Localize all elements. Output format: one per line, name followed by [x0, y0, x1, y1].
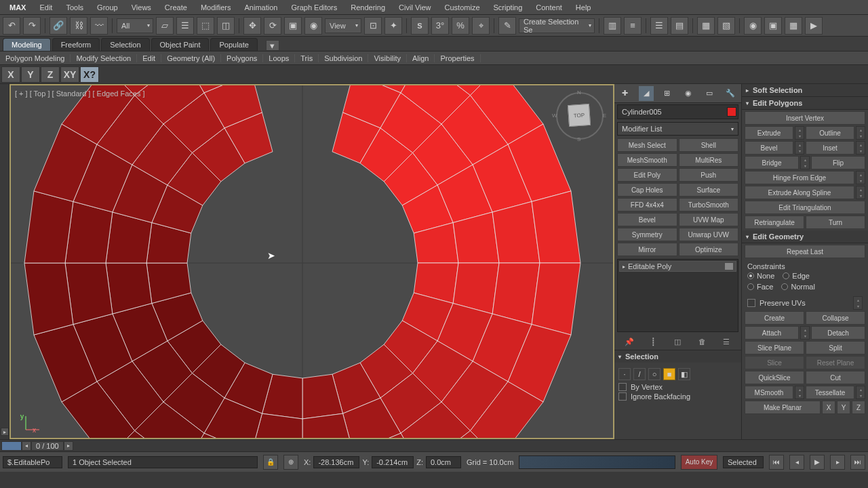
tab-selection[interactable]: Selection	[101, 38, 149, 51]
constraint-none-radio[interactable]: None	[747, 272, 774, 280]
unique-icon[interactable]: ◫	[671, 336, 684, 348]
menu-content[interactable]: Content	[529, 3, 569, 12]
ribbon-polygons[interactable]: Polygons	[221, 54, 263, 62]
inset-button[interactable]: Inset	[806, 141, 854, 155]
planar-z-button[interactable]: Z	[852, 401, 865, 414]
menu-create[interactable]: Create	[158, 3, 194, 12]
mod-surface[interactable]: Surface	[679, 183, 739, 197]
preserve-uvs-check[interactable]: Preserve UVs▴▾	[747, 296, 863, 310]
snap-toggle-button[interactable]: S	[411, 17, 429, 35]
material-editor-button[interactable]: ◉	[744, 17, 762, 35]
coord-z-field[interactable]: 0.0cm	[426, 456, 461, 468]
constraint-edge-radio[interactable]: Edge	[783, 272, 810, 280]
undo-button[interactable]: ↶	[3, 17, 20, 35]
unlink-button[interactable]: ⛓	[70, 17, 87, 35]
flip-button[interactable]: Flip	[811, 156, 865, 169]
select-object-button[interactable]: ▱	[156, 17, 174, 35]
modify-panel-icon[interactable]: ◢	[639, 86, 654, 101]
ribbon-geometry-all[interactable]: Geometry (All)	[161, 54, 221, 62]
ribbon-polygon-modeling[interactable]: Polygon Modeling	[0, 54, 71, 62]
goto-start-button[interactable]: ⏮	[769, 455, 784, 470]
outline-settings[interactable]: ▴▾	[856, 126, 865, 140]
render-button[interactable]: ▶	[805, 17, 823, 35]
edit-polygons-header[interactable]: ▾Edit Polygons	[742, 97, 868, 110]
scale-button[interactable]: ▣	[284, 17, 302, 35]
mod-cap-holes[interactable]: Cap Holes	[617, 183, 677, 197]
menu-edit[interactable]: Edit	[33, 3, 59, 12]
menu-scripting[interactable]: Scripting	[487, 3, 530, 12]
rotate-button[interactable]: ⟳	[264, 17, 281, 35]
menu-customize[interactable]: Customize	[438, 3, 487, 12]
spinner-snap-button[interactable]: ⌖	[472, 17, 490, 35]
extrude-spline-settings[interactable]: ▴▾	[856, 186, 865, 199]
insert-vertex-button[interactable]: Insert Vertex	[745, 111, 865, 125]
lock-selection-icon[interactable]: 🔒	[263, 455, 278, 470]
tessellate-settings[interactable]: ▴▾	[856, 386, 865, 399]
ribbon-visibility[interactable]: Visibility	[368, 54, 407, 62]
ribbon-loops[interactable]: Loops	[263, 54, 295, 62]
place-button[interactable]: ◉	[304, 17, 322, 35]
track-bar[interactable]	[519, 455, 675, 469]
soft-selection-header[interactable]: ▸Soft Selection	[742, 84, 868, 97]
mod-uvw-map[interactable]: UVW Map	[679, 213, 739, 226]
attach-settings[interactable]: ▴▾	[800, 326, 810, 340]
planar-y-button[interactable]: Y	[837, 401, 850, 414]
attach-button[interactable]: Attach	[745, 326, 799, 340]
ribbon-edit[interactable]: Edit	[137, 54, 161, 62]
by-vertex-check[interactable]: By Vertex	[618, 383, 737, 391]
time-slider-handle[interactable]	[1, 441, 22, 451]
menu-civil-view[interactable]: Civil View	[392, 3, 437, 12]
time-slider[interactable]: ◂ 0 / 100 ▸	[0, 439, 868, 451]
move-button[interactable]: ✥	[243, 17, 261, 35]
outline-button[interactable]: Outline	[806, 126, 854, 140]
manip-button[interactable]: ✦	[384, 17, 402, 35]
create-panel-icon[interactable]: ✚	[618, 86, 633, 101]
redo-button[interactable]: ↷	[23, 17, 41, 35]
turn-button[interactable]: Turn	[806, 216, 865, 229]
edit-geometry-header[interactable]: ▾Edit Geometry	[742, 230, 868, 243]
align-button[interactable]: ≡	[624, 17, 642, 35]
subobj-element-icon[interactable]: ◧	[678, 368, 690, 380]
extrude-button[interactable]: Extrude	[745, 126, 793, 140]
mod-bevel[interactable]: Bevel	[617, 213, 677, 226]
coord-y-field[interactable]: -0.214cm	[372, 456, 414, 468]
config-mod-icon[interactable]: ☰	[720, 336, 732, 348]
subobj-polygon-icon[interactable]: ■	[663, 368, 675, 380]
modifier-list-drop[interactable]: Modifier List▾	[617, 122, 738, 136]
subobj-vertex-icon[interactable]: ·	[618, 368, 631, 380]
track-prev-button[interactable]: ◂	[22, 441, 31, 451]
ribbon-align[interactable]: Align	[407, 54, 435, 62]
ref-coord-drop[interactable]: View	[325, 18, 361, 33]
axis-x-button[interactable]: X	[1, 66, 20, 83]
extrude-settings[interactable]: ▴▾	[795, 126, 804, 140]
mod-symmetry[interactable]: Symmetry	[617, 228, 677, 241]
hinge-settings[interactable]: ▴▾	[856, 171, 865, 184]
ribbon-tris[interactable]: Tris	[295, 54, 319, 62]
menu-graph-editors[interactable]: Graph Editors	[284, 3, 344, 12]
percent-snap-button[interactable]: %	[452, 17, 469, 35]
mod-mirror[interactable]: Mirror	[617, 243, 677, 256]
menu-max[interactable]: MAX	[3, 3, 33, 12]
remove-mod-icon[interactable]: 🗑	[696, 336, 708, 348]
expand-left-button[interactable]: ▸	[1, 428, 9, 436]
menu-tools[interactable]: Tools	[59, 3, 90, 12]
render-setup-button[interactable]: ▣	[764, 17, 782, 35]
viewport-label[interactable]: [ + ] [ Top ] [ Standard ] [ Edged Faces…	[15, 89, 145, 98]
slice-plane-button[interactable]: Slice Plane	[745, 341, 804, 354]
stack-editable-poly[interactable]: ▸Editable Poly	[619, 261, 736, 272]
menu-views[interactable]: Views	[125, 3, 158, 12]
hierarchy-panel-icon[interactable]: ⊞	[660, 86, 675, 101]
menu-group[interactable]: Group	[90, 3, 125, 12]
show-result-icon[interactable]: ┋	[648, 336, 660, 348]
object-color-swatch[interactable]	[727, 107, 736, 117]
axis-help-button[interactable]: X?	[80, 66, 99, 83]
subobj-edge-icon[interactable]: /	[633, 368, 646, 380]
select-name-button[interactable]: ☰	[176, 17, 194, 35]
coord-x-field[interactable]: -28.136cm	[313, 456, 359, 468]
tab-modeling[interactable]: Modeling	[3, 38, 51, 51]
maxscript-listener[interactable]: $.EditablePo	[3, 456, 62, 468]
bridge-button[interactable]: Bridge	[745, 156, 799, 169]
mod-optimize[interactable]: Optimize	[679, 243, 739, 256]
bind-button[interactable]: 〰	[90, 17, 108, 35]
angle-snap-button[interactable]: 3°	[431, 17, 449, 35]
